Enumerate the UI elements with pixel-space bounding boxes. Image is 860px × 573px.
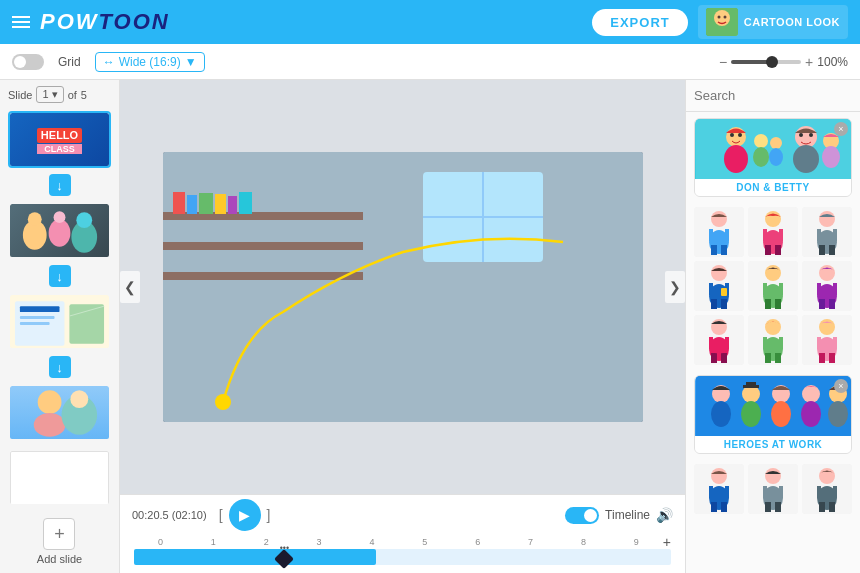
char-cell-9[interactable] xyxy=(802,315,852,365)
char-cell-4[interactable] xyxy=(694,261,744,311)
timeline-label: Timeline xyxy=(605,508,650,522)
svg-rect-164 xyxy=(833,486,837,498)
main-layout: Slide 1 ▾ of 5 HELLO CLASS ↓ xyxy=(0,80,860,573)
char-cell-7[interactable] xyxy=(694,315,744,365)
char-cell-1[interactable] xyxy=(694,207,744,257)
char-cell-5[interactable] xyxy=(748,261,798,311)
slide-prefix: Slide xyxy=(8,89,32,101)
slide-thumb-1[interactable]: HELLO CLASS xyxy=(8,111,111,168)
export-button[interactable]: EXPORT xyxy=(592,9,687,36)
svg-rect-21 xyxy=(163,152,643,422)
zoom-plus-button[interactable]: + xyxy=(805,54,813,70)
svg-point-3 xyxy=(723,16,726,19)
svg-rect-104 xyxy=(721,299,727,309)
timeline-track[interactable]: ••• xyxy=(134,549,671,565)
slide-thumb-5[interactable] xyxy=(8,449,111,506)
svg-rect-128 xyxy=(765,353,771,363)
heroes-close[interactable]: × xyxy=(834,379,848,393)
timeline-switch[interactable] xyxy=(565,507,599,524)
canvas-container: ❮ xyxy=(120,80,685,494)
svg-rect-127 xyxy=(779,337,783,349)
volume-icon[interactable]: 🔊 xyxy=(656,507,673,523)
char-cell-8[interactable] xyxy=(748,315,798,365)
slide-number-box[interactable]: 1 ▾ xyxy=(36,86,63,103)
char-cell-11[interactable] xyxy=(748,464,798,514)
svg-rect-92 xyxy=(775,245,781,255)
timeline-toggle: Timeline 🔊 xyxy=(565,507,673,524)
svg-rect-97 xyxy=(819,245,825,255)
slide-2-action-button[interactable]: ↓ xyxy=(49,265,71,287)
svg-rect-25 xyxy=(173,192,185,214)
don-betty-close[interactable]: × xyxy=(834,122,848,136)
svg-rect-85 xyxy=(711,245,717,255)
svg-point-106 xyxy=(765,265,781,281)
zoom-minus-button[interactable]: − xyxy=(719,54,727,70)
character-grid xyxy=(686,203,860,369)
slide-1-action-button[interactable]: ↓ xyxy=(49,174,71,196)
search-input[interactable] xyxy=(694,88,860,103)
cartoon-look-button[interactable]: CARTOON LOOK xyxy=(698,5,848,39)
svg-rect-96 xyxy=(833,229,837,241)
play-controls: [ ▶ ] xyxy=(219,499,271,531)
top-bar: POWTOON EXPORT CARTOON LOOK xyxy=(0,0,860,44)
timeline-playhead[interactable]: ••• xyxy=(277,543,291,566)
svg-rect-163 xyxy=(817,486,821,498)
svg-point-78 xyxy=(809,133,813,137)
play-button[interactable]: ▶ xyxy=(229,499,261,531)
char-cell-12[interactable] xyxy=(802,464,852,514)
canvas-nav-left[interactable]: ❮ xyxy=(120,271,140,303)
slide-thumb-3[interactable] xyxy=(8,293,111,350)
slide-of-label: of xyxy=(68,89,77,101)
svg-point-68 xyxy=(724,145,748,173)
svg-rect-165 xyxy=(819,502,825,512)
canvas-nav-right[interactable]: ❯ xyxy=(665,271,685,303)
svg-point-148 xyxy=(828,401,848,427)
don-betty-banner: × xyxy=(695,119,851,179)
zoom-slider-thumb xyxy=(766,56,778,68)
svg-rect-166 xyxy=(829,502,835,512)
character-grid-2 xyxy=(686,460,860,518)
slide-2-action: ↓ xyxy=(0,263,119,289)
add-slide-icon: + xyxy=(43,518,75,550)
slide-3-action-button[interactable]: ↓ xyxy=(49,356,71,378)
add-slide-button[interactable]: + Add slide xyxy=(37,518,82,565)
svg-rect-91 xyxy=(765,245,771,255)
char-cell-6[interactable] xyxy=(802,261,852,311)
svg-point-112 xyxy=(819,265,835,281)
expand-icon: ↔ xyxy=(103,55,115,69)
canvas-frame[interactable] xyxy=(163,152,643,422)
svg-rect-134 xyxy=(819,353,825,363)
svg-point-146 xyxy=(801,401,821,427)
svg-rect-11 xyxy=(20,306,60,312)
zoom-control: − + 100% xyxy=(719,54,848,70)
svg-point-17 xyxy=(34,413,66,437)
svg-point-124 xyxy=(765,319,781,335)
slide-counter: Slide 1 ▾ of 5 xyxy=(0,80,119,107)
slide-thumb-2[interactable] xyxy=(8,202,111,259)
ruler-marks: 0 1 2 3 4 5 6 7 8 9 xyxy=(134,537,663,547)
svg-point-19 xyxy=(70,390,88,408)
hamburger-menu[interactable] xyxy=(12,16,30,28)
svg-point-5 xyxy=(49,219,71,247)
svg-point-145 xyxy=(802,385,820,403)
aspect-selector[interactable]: ↔ Wide (16:9) ▼ xyxy=(95,52,205,72)
grid-toggle[interactable] xyxy=(12,54,44,70)
don-betty-card: × xyxy=(694,118,852,197)
svg-rect-14 xyxy=(69,304,104,344)
bracket-close[interactable]: ] xyxy=(267,507,271,523)
char-cell-10[interactable] xyxy=(694,464,744,514)
grid-label: Grid xyxy=(58,55,81,69)
zoom-slider[interactable] xyxy=(731,60,801,64)
slide-thumb-4[interactable] xyxy=(8,384,111,441)
zoom-percent: 100% xyxy=(817,55,848,69)
bracket-open[interactable]: [ xyxy=(219,507,223,523)
slide-1-action: ↓ xyxy=(0,172,119,198)
svg-rect-109 xyxy=(779,283,783,295)
timeline-add-button[interactable]: + xyxy=(663,534,671,550)
svg-rect-121 xyxy=(725,337,729,349)
timeline-container: 0 1 2 3 4 5 6 7 8 9 + xyxy=(132,535,673,569)
char-cell-2[interactable] xyxy=(748,207,798,257)
char-cell-3[interactable] xyxy=(802,207,852,257)
svg-rect-12 xyxy=(20,316,55,319)
bottom-controls: 00:20.5 (02:10) [ ▶ ] Timeline 🔊 xyxy=(120,494,685,573)
